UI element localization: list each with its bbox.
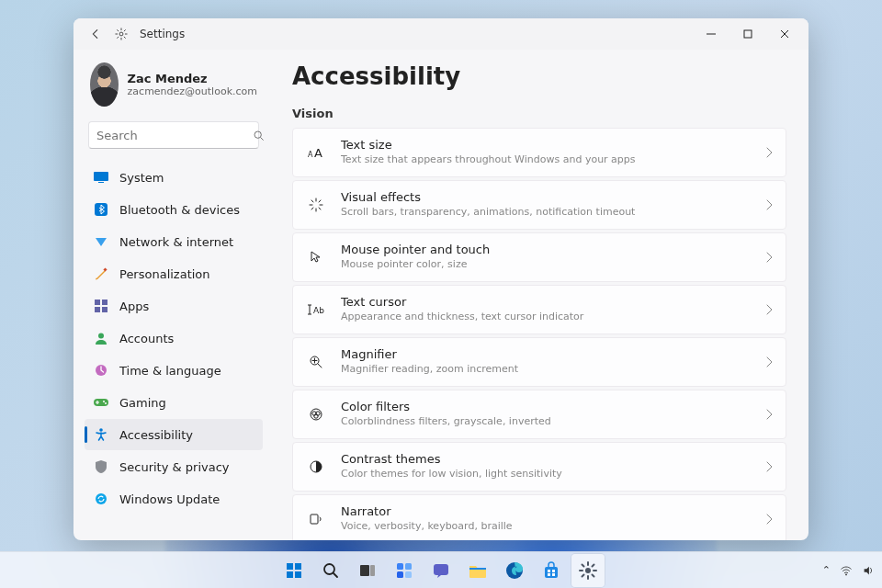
sidebar-item-bluetooth[interactable]: Bluetooth & devices <box>85 194 263 225</box>
sidebar-item-apps[interactable]: Apps <box>85 290 263 322</box>
main-panel: Accessibility VisionAAText sizeText size… <box>272 50 808 540</box>
colorfilters-icon <box>308 406 324 423</box>
sidebar-item-label: Gaming <box>119 396 166 410</box>
card-title: Magnifier <box>341 347 749 363</box>
card-title: Text size <box>341 138 749 153</box>
svg-rect-31 <box>295 571 301 578</box>
svg-point-32 <box>324 564 334 574</box>
cursor-icon: Ab <box>308 301 324 318</box>
bluetooth-icon <box>94 202 108 217</box>
card-title: Visual effects <box>341 190 749 206</box>
svg-rect-40 <box>469 568 486 570</box>
sidebar: Zac Mendez zacmendez@outlook.com SystemB… <box>74 50 272 540</box>
security-icon <box>94 459 108 474</box>
chevron-right-icon <box>765 252 773 263</box>
sidebar-item-label: Accessibility <box>119 428 193 442</box>
settings-gear-icon[interactable] <box>108 21 134 47</box>
svg-text:A: A <box>308 151 313 159</box>
settings-card-magnifier[interactable]: MagnifierMagnifier reading, zoom increme… <box>292 337 786 387</box>
sidebar-item-system[interactable]: System <box>85 162 263 193</box>
card-desc: Voice, verbosity, keyboard, braille <box>341 520 749 533</box>
card-desc: Appearance and thickness, text cursor in… <box>341 311 749 323</box>
search-box[interactable] <box>88 121 259 149</box>
sidebar-item-label: Bluetooth & devices <box>119 203 240 217</box>
svg-rect-46 <box>552 573 555 576</box>
system-icon <box>94 170 108 185</box>
settings-card-cursor[interactable]: AbText cursorAppearance and thickness, t… <box>292 285 786 334</box>
taskbar-search[interactable] <box>314 554 347 587</box>
card-desc: Text size that appears throughout Window… <box>341 153 749 166</box>
nav: SystemBluetooth & devicesNetwork & inter… <box>85 162 263 514</box>
sidebar-item-accessibility[interactable]: Accessibility <box>85 419 263 450</box>
minimize-button[interactable] <box>693 18 729 50</box>
sidebar-item-gaming[interactable]: Gaming <box>85 387 263 418</box>
wifi-icon[interactable] <box>840 564 853 577</box>
close-button[interactable] <box>766 18 803 50</box>
taskbar-store[interactable] <box>535 554 568 587</box>
narrator-icon <box>308 511 324 527</box>
chevron-up-icon[interactable]: ⌃ <box>822 564 831 576</box>
taskbar-widgets[interactable] <box>388 554 421 587</box>
maximize-button[interactable] <box>729 18 766 50</box>
chevron-right-icon <box>765 199 773 210</box>
window-title: Settings <box>140 28 185 40</box>
taskbar-start[interactable] <box>277 554 311 587</box>
gaming-icon <box>94 395 108 410</box>
user-profile[interactable]: Zac Mendez zacmendez@outlook.com <box>85 57 263 118</box>
svg-rect-4 <box>98 182 104 183</box>
card-title: Contrast themes <box>341 452 749 468</box>
taskbar-settings[interactable] <box>571 554 605 587</box>
sidebar-item-accounts[interactable]: Accounts <box>85 322 263 354</box>
sidebar-item-time[interactable]: Time & language <box>85 355 263 386</box>
taskbar: ⌃ <box>0 551 882 588</box>
svg-point-2 <box>254 131 261 138</box>
sidebar-item-security[interactable]: Security & privacy <box>85 451 263 482</box>
search-icon <box>253 130 265 141</box>
sidebar-item-label: Windows Update <box>119 492 220 506</box>
sidebar-item-personalization[interactable]: Personalization <box>85 258 263 289</box>
sidebar-item-label: Accounts <box>119 332 174 345</box>
sidebar-item-label: System <box>119 171 164 185</box>
svg-point-0 <box>119 32 123 36</box>
search-input[interactable] <box>96 129 253 142</box>
network-icon <box>94 234 108 249</box>
svg-rect-27 <box>311 514 318 524</box>
svg-rect-43 <box>548 570 550 572</box>
sidebar-item-label: Personalization <box>119 267 210 281</box>
sidebar-item-label: Apps <box>119 300 149 313</box>
volume-icon[interactable] <box>862 564 875 577</box>
svg-point-14 <box>103 401 105 402</box>
svg-rect-8 <box>102 300 107 305</box>
chevron-right-icon <box>765 356 773 368</box>
card-desc: Scroll bars, transparency, animations, n… <box>341 206 749 219</box>
settings-card-colorfilters[interactable]: Color filtersColorblindness filters, gra… <box>292 390 786 439</box>
settings-card-narrator[interactable]: NarratorVoice, verbosity, keyboard, brai… <box>292 494 786 540</box>
chevron-right-icon <box>765 409 773 420</box>
svg-rect-42 <box>545 567 558 578</box>
taskbar-explorer[interactable] <box>461 554 494 587</box>
back-button[interactable] <box>83 21 108 47</box>
card-title: Mouse pointer and touch <box>341 243 749 258</box>
settings-card-effects[interactable]: Visual effectsScroll bars, transparency,… <box>292 180 786 230</box>
chevron-right-icon <box>765 461 773 472</box>
settings-card-contrast[interactable]: Contrast themesColor themes for low visi… <box>292 442 786 492</box>
taskbar-edge[interactable] <box>498 554 531 587</box>
taskbar-taskview[interactable] <box>351 554 384 587</box>
settings-card-pointer[interactable]: Mouse pointer and touchMouse pointer col… <box>292 232 786 282</box>
titlebar: Settings <box>74 18 808 50</box>
card-desc: Color themes for low vision, light sensi… <box>341 468 749 481</box>
taskbar-chat[interactable] <box>424 554 458 587</box>
contrast-icon <box>308 458 324 475</box>
effects-icon <box>308 197 324 213</box>
svg-rect-39 <box>434 564 448 575</box>
svg-rect-33 <box>360 565 369 576</box>
svg-point-11 <box>98 334 104 339</box>
section-heading: Vision <box>292 107 786 120</box>
sidebar-item-update[interactable]: Windows Update <box>85 483 263 514</box>
svg-rect-29 <box>295 563 301 570</box>
svg-rect-38 <box>405 571 412 578</box>
system-tray[interactable]: ⌃ <box>822 564 875 577</box>
sidebar-item-network[interactable]: Network & internet <box>85 226 263 257</box>
settings-card-textsize[interactable]: AAText sizeText size that appears throug… <box>292 128 786 177</box>
svg-text:Ab: Ab <box>313 306 324 315</box>
